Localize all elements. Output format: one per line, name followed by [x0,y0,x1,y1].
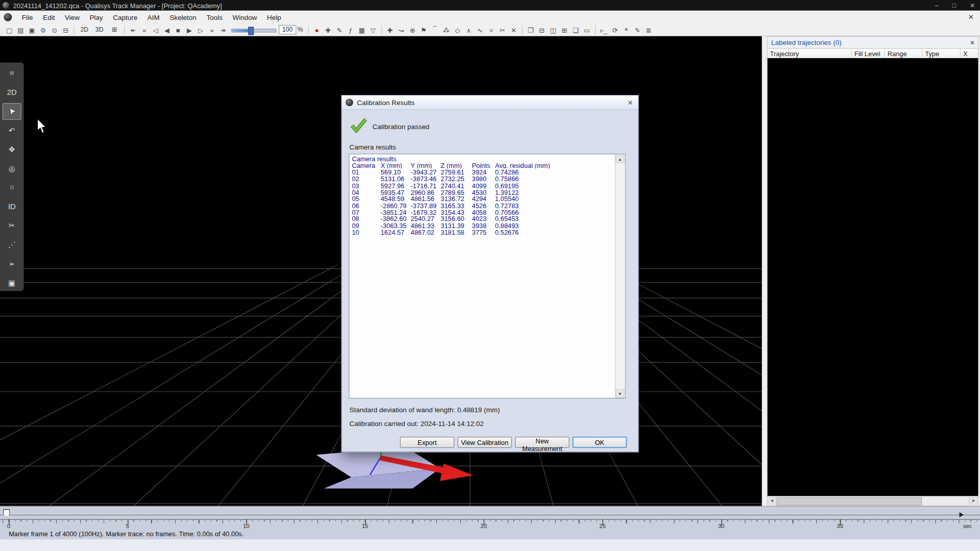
ok-button[interactable]: OK [573,437,627,448]
refresh-icon[interactable]: ⟳ [609,24,621,35]
save-file-icon[interactable]: ▣ [26,24,37,35]
dialog-close-icon[interactable]: ✕ [627,98,633,107]
menu-item[interactable]: Capture [108,13,143,21]
scroll-right-icon[interactable]: ► [969,496,978,505]
column-header[interactable]: X [961,49,978,59]
view-2d-button[interactable]: 2D [77,24,92,35]
column-header[interactable]: Fill Level [852,49,885,59]
fly-tool-icon[interactable]: ➢ [3,256,21,272]
menu-item[interactable]: Edit [38,13,60,21]
menu-item[interactable]: Play [85,13,108,21]
maximize-icon[interactable]: □ [952,2,956,9]
gap-fill-tool-icon[interactable]: ⋰ [3,236,21,253]
menu-item[interactable]: File [17,13,38,21]
horizontal-scrollbar[interactable]: ◄ ► [768,496,978,505]
calibrate-icon[interactable]: ✚ [323,24,334,35]
split-view-button[interactable]: ⊞ [107,24,121,35]
capture-frame-icon[interactable]: ⌗ [3,65,21,81]
vertical-scrollbar[interactable]: ▲ ▼ [615,154,625,398]
menu-item[interactable]: Tools [202,13,228,21]
split-vertical-icon[interactable]: ◫ [548,24,559,35]
step-backward-icon[interactable]: ◁ [150,24,161,35]
edit-icon[interactable]: ✎ [334,24,345,35]
step-forward-icon[interactable]: ▷ [195,24,206,35]
timeline-track[interactable] [0,515,980,515]
speed-percent-input[interactable]: 100 [279,25,296,34]
console-icon[interactable]: ▭ [581,24,593,35]
zoom-tool-icon[interactable]: ◎ [3,160,21,177]
view-2d-button[interactable]: 2D [3,84,21,101]
menu-item[interactable]: Skeleton [165,13,202,21]
gap-fill-icon[interactable]: ∿ [474,24,485,35]
record-icon[interactable]: ● [311,24,323,35]
view-3d-button[interactable]: 3D [92,24,107,35]
open-file-icon[interactable]: ▤ [15,24,26,35]
cut-trajectory-icon[interactable]: ✂ [497,24,508,35]
cut-tool-icon[interactable]: ✂ [3,217,21,234]
minimize-icon[interactable]: – [935,2,939,9]
lasso-tool-icon[interactable]: ○ [3,179,21,195]
label-icon[interactable]: ⚑ [418,24,429,35]
layout-icon[interactable]: ⊟ [60,24,71,35]
dialog-title-bar[interactable]: Calibration Results ✕ [342,95,638,110]
timeline-end-marker[interactable] [960,512,964,517]
pan-tool-icon[interactable]: ✥ [3,141,21,158]
play-backward-icon[interactable]: ◀ [161,24,173,35]
camera-settings-icon[interactable]: ⊙ [49,24,60,35]
scroll-up-icon[interactable]: ▲ [616,154,624,163]
document-close-icon[interactable]: ✕ [968,13,973,21]
column-header[interactable]: Range [885,49,922,59]
play-forward-icon[interactable]: ▶ [184,24,195,35]
pin-icon[interactable]: ⌖ [621,24,632,35]
playback-speed-slider[interactable] [231,26,276,34]
trajectory-icon[interactable]: ↝ [396,24,407,35]
fast-forward-icon[interactable]: » [206,24,217,35]
data-table-icon[interactable]: ▦ [356,24,368,35]
timeline-scrub-handle[interactable] [3,509,10,517]
camera-results-list[interactable]: Camera results CameraX (mm)Y (mm)Z (mm)P… [349,154,625,398]
stop-icon[interactable]: ■ [173,24,184,35]
center-on-marker-icon[interactable]: ⊕ [407,24,418,35]
go-to-start-icon[interactable]: ↞ [128,24,139,35]
float-window-icon[interactable]: ❏ [570,24,581,35]
scrollbar-thumb[interactable] [777,497,922,506]
menu-item[interactable]: View [60,13,85,21]
identify-tool-button[interactable]: ID [3,198,21,215]
bone-icon[interactable]: ⌒ [429,24,440,35]
terminal-icon[interactable]: ▹_ [598,24,609,35]
menu-item[interactable]: AIM [142,13,165,21]
layout-grid-icon[interactable]: ⊞ [559,24,570,35]
panel-close-icon[interactable]: ✕ [970,39,975,46]
column-header[interactable]: Trajectory [768,49,852,59]
fast-rewind-icon[interactable]: « [139,24,150,35]
split-horizontal-icon[interactable]: ⊟ [536,24,547,35]
script-icon[interactable]: ✎ [632,24,643,35]
slider-handle[interactable] [249,27,254,35]
view-calibration-button[interactable]: View Calibration [457,437,512,448]
single-window-icon[interactable]: ❐ [525,24,536,35]
delete-icon[interactable]: ✕ [508,24,519,35]
menu-item[interactable]: Window [228,13,262,21]
column-header[interactable]: Type [922,49,961,59]
scroll-down-icon[interactable]: ▼ [616,389,624,398]
scroll-left-icon[interactable]: ◄ [768,496,777,505]
select-tool-icon[interactable]: ➤ [3,103,21,119]
list-icon[interactable]: ≣ [643,24,654,35]
menu-item[interactable]: Help [262,13,286,21]
export-button[interactable]: Export [400,437,455,448]
trajectory-list[interactable] [768,58,978,497]
smooth-icon[interactable]: ≈ [485,24,497,35]
close-icon[interactable]: ✕ [970,2,975,9]
rigid-body-icon[interactable]: ◇ [452,24,463,35]
filter-icon[interactable]: ▽ [368,24,379,35]
new-file-icon[interactable]: ▢ [4,24,15,35]
undo-icon[interactable]: ↶ [3,122,21,138]
go-to-end-icon[interactable]: ↠ [217,24,229,35]
volume-tool-icon[interactable]: ▣ [3,274,21,291]
marker-set-icon[interactable]: ⁂ [440,24,452,35]
snap-icon[interactable]: ✚ [384,24,396,35]
skeleton-icon[interactable]: ⋏ [463,24,474,35]
new-measurement-button[interactable]: New Measurement [515,437,570,448]
project-options-icon[interactable]: ⚙ [37,24,48,35]
function-icon[interactable]: ƒ [345,24,356,35]
